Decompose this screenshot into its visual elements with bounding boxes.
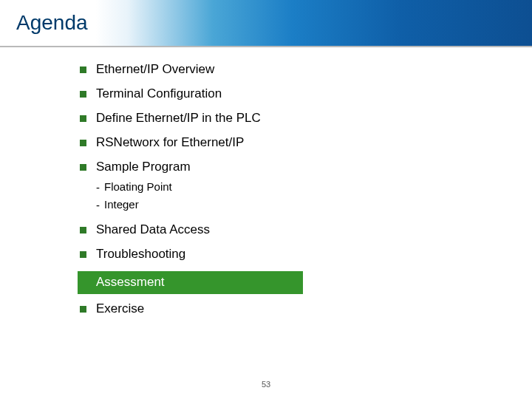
list-item: Sample Program	[80, 160, 532, 174]
highlighted-item-label: Assessment	[96, 275, 165, 289]
list-item-label: Sample Program	[96, 160, 191, 174]
square-bullet-icon	[80, 140, 86, 146]
list-item: Define Ethernet/IP in the PLC	[80, 111, 532, 126]
list-item: Exercise	[80, 301, 532, 316]
list-item-label: Shared Data Access	[96, 222, 210, 237]
square-bullet-icon	[80, 227, 86, 233]
sub-list-item-label: Integer	[104, 198, 139, 211]
dash-bullet-icon: -	[96, 198, 100, 213]
square-bullet-icon	[80, 115, 86, 122]
list-item: Ethernet/IP Overview	[80, 62, 532, 77]
list-item-label: Troubleshooting	[96, 247, 185, 262]
square-bullet-icon	[80, 91, 86, 98]
dash-bullet-icon: -	[96, 180, 100, 195]
list-item: Terminal Configuration	[80, 86, 532, 101]
highlighted-item: Assessment	[78, 271, 303, 294]
list-item: Shared Data Access	[80, 222, 532, 237]
square-bullet-icon	[80, 66, 86, 73]
sub-list: - Floating Point - Integer	[96, 180, 532, 213]
page-title: Agenda	[16, 11, 88, 35]
sub-list-item-label: Floating Point	[104, 180, 172, 193]
list-item-label: Define Ethernet/IP in the PLC	[96, 111, 261, 126]
square-bullet-icon	[80, 251, 86, 258]
list-item-label: Exercise	[96, 301, 144, 316]
sub-list-item: - Integer	[96, 198, 532, 213]
sub-list-item: - Floating Point	[96, 180, 532, 195]
title-bar: Agenda	[0, 0, 532, 46]
square-bullet-icon	[80, 164, 86, 171]
list-item-label: Ethernet/IP Overview	[96, 62, 214, 77]
page-number: 53	[0, 380, 532, 389]
list-item: RSNetworx for Ethernet/IP	[80, 135, 532, 150]
list-item: Troubleshooting	[80, 247, 532, 262]
list-item-label: Terminal Configuration	[96, 86, 222, 101]
agenda-list: Ethernet/IP Overview Terminal Configurat…	[0, 47, 532, 316]
square-bullet-icon	[80, 306, 86, 313]
list-item-label: RSNetworx for Ethernet/IP	[96, 135, 244, 150]
